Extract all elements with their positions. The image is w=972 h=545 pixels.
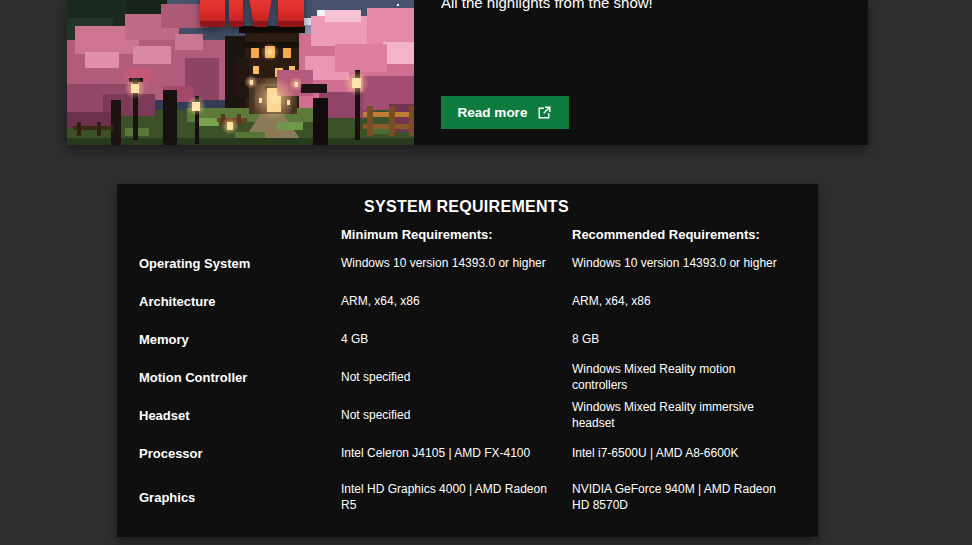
req-header-minimum: Minimum Requirements: <box>341 222 572 244</box>
external-link-icon <box>537 105 552 120</box>
req-rec-value: Intel i7-6500U | AMD A8-6600K <box>572 434 794 472</box>
req-header-spacer <box>139 222 341 244</box>
req-row-label: Architecture <box>139 282 341 320</box>
req-min-value: Not specified <box>341 396 572 434</box>
minecraft-live-logo <box>200 0 304 27</box>
req-min-value: Intel HD Graphics 4000 | AMD Radeon R5 <box>341 472 572 522</box>
hero-description: All the highlights from the show! <box>441 0 653 13</box>
req-rec-value: Windows Mixed Reality motion controllers <box>572 358 794 396</box>
req-row-label: Processor <box>139 434 341 472</box>
req-min-value: Not specified <box>341 358 572 396</box>
req-row-label: Motion Controller <box>139 358 341 396</box>
req-row-label: Operating System <box>139 244 341 282</box>
req-row-label: Headset <box>139 396 341 434</box>
req-rec-value: Windows 10 version 14393.0 or higher <box>572 244 794 282</box>
live-letter-l <box>200 0 225 27</box>
hero-card: All the highlights from the show! Read m… <box>67 0 868 145</box>
system-requirements-panel: SYSTEM REQUIREMENTS Minimum Requirements… <box>117 184 818 537</box>
req-rec-value: ARM, x64, x86 <box>572 282 794 320</box>
minecraft-live-image <box>67 0 414 145</box>
live-letter-i <box>229 0 243 27</box>
read-more-label: Read more <box>458 105 528 120</box>
req-rec-value: Windows Mixed Reality immersive headset <box>572 396 794 434</box>
read-more-button[interactable]: Read more <box>441 96 569 129</box>
req-min-value: Intel Celeron J4105 | AMD FX-4100 <box>341 434 572 472</box>
req-header-recommended: Recommended Requirements: <box>572 222 794 244</box>
req-min-value: ARM, x64, x86 <box>341 282 572 320</box>
req-row-label: Memory <box>139 320 341 358</box>
req-min-value: 4 GB <box>341 320 572 358</box>
live-letter-v <box>247 0 274 27</box>
req-row-label: Graphics <box>139 472 341 522</box>
system-requirements-title: SYSTEM REQUIREMENTS <box>139 197 794 216</box>
system-requirements-table: Minimum Requirements: Recommended Requir… <box>139 222 794 522</box>
req-min-value: Windows 10 version 14393.0 or higher <box>341 244 572 282</box>
req-rec-value: 8 GB <box>572 320 794 358</box>
live-letter-e <box>278 0 304 27</box>
req-rec-value: NVIDIA GeForce 940M | AMD Radeon HD 8570… <box>572 472 794 522</box>
